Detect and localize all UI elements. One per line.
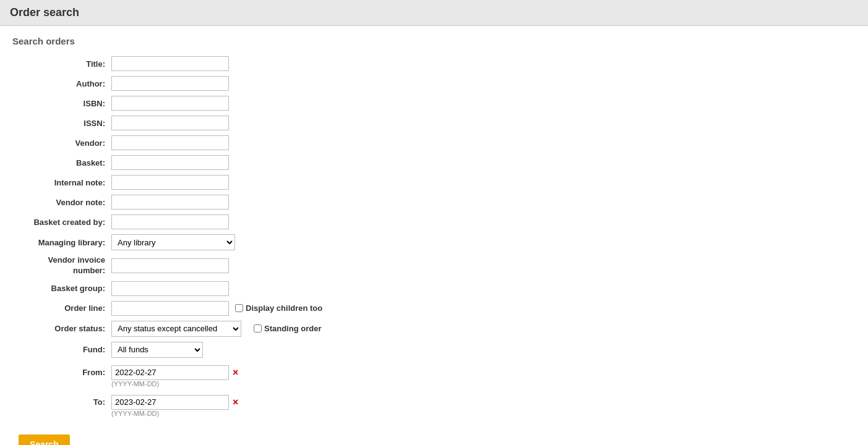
order-status-row: Order status: Any status except cancelle… (12, 321, 445, 337)
vendor-label: Vendor: (12, 138, 111, 148)
issn-label: ISSN: (12, 119, 111, 128)
clear-to-button[interactable]: × (233, 397, 238, 408)
basket-input[interactable] (111, 155, 229, 170)
to-date-wrapper: × (YYYY-MM-DD) (111, 395, 238, 417)
issn-row: ISSN: (12, 116, 445, 130)
basket-created-by-label: Basket created by: (12, 218, 111, 227)
vendor-note-input[interactable] (111, 195, 229, 210)
internal-note-input[interactable] (111, 175, 229, 190)
display-children-too-label[interactable]: Display children too (235, 303, 322, 313)
order-line-input[interactable] (111, 301, 229, 316)
author-label: Author: (12, 79, 111, 88)
internal-note-row: Internal note: (12, 175, 445, 190)
from-date-row: × (111, 365, 238, 380)
basket-created-by-row: Basket created by: (12, 214, 445, 229)
isbn-label: ISBN: (12, 99, 111, 108)
title-label: Title: (12, 59, 111, 69)
vendor-note-label: Vendor note: (12, 198, 111, 207)
section-title: Search orders (12, 36, 856, 46)
vendor-invoice-number-row: Vendor invoicenumber: (12, 255, 445, 276)
author-row: Author: (12, 76, 445, 91)
basket-group-input[interactable] (111, 281, 229, 296)
from-label: From: (12, 365, 111, 377)
basket-group-label: Basket group: (12, 284, 111, 293)
vendor-input[interactable] (111, 135, 229, 150)
issn-input[interactable] (111, 116, 229, 130)
from-date-wrapper: × (YYYY-MM-DD) (111, 365, 238, 388)
to-date-input[interactable] (111, 395, 229, 410)
to-date-row: × (111, 395, 238, 410)
page-title: Order search (0, 0, 868, 26)
order-line-row: Order line: Display children too (12, 301, 445, 316)
basket-group-row: Basket group: (12, 281, 445, 296)
fund-row: Fund: All funds (12, 342, 445, 358)
vendor-note-row: Vendor note: (12, 195, 445, 210)
standing-order-label[interactable]: Standing order (254, 324, 321, 333)
fund-select[interactable]: All funds (111, 342, 203, 358)
order-status-label: Order status: (12, 324, 111, 333)
basket-label: Basket: (12, 158, 111, 167)
to-row: To: × (YYYY-MM-DD) (12, 392, 445, 417)
title-input[interactable] (111, 56, 229, 71)
standing-order-checkbox[interactable] (254, 324, 262, 333)
managing-library-row: Managing library: Any library (12, 234, 445, 250)
vendor-row: Vendor: (12, 135, 445, 150)
order-status-select[interactable]: Any status except cancelled (111, 321, 241, 337)
isbn-row: ISBN: (12, 96, 445, 111)
from-date-input[interactable] (111, 365, 229, 380)
from-date-hint: (YYYY-MM-DD) (111, 380, 238, 388)
to-label: To: (12, 395, 111, 407)
clear-from-button[interactable]: × (233, 367, 238, 378)
vendor-invoice-number-input[interactable] (111, 258, 229, 273)
search-button[interactable]: Search (19, 434, 70, 445)
managing-library-label: Managing library: (12, 238, 111, 247)
title-row: Title: (12, 56, 445, 71)
basket-created-by-input[interactable] (111, 214, 229, 229)
from-row: From: × (YYYY-MM-DD) (12, 363, 445, 388)
basket-row: Basket: (12, 155, 445, 170)
isbn-input[interactable] (111, 96, 229, 111)
internal-note-label: Internal note: (12, 178, 111, 187)
order-line-label: Order line: (12, 303, 111, 313)
fund-label: Fund: (12, 345, 111, 354)
vendor-invoice-number-label: Vendor invoicenumber: (12, 255, 111, 276)
managing-library-select[interactable]: Any library (111, 234, 235, 250)
author-input[interactable] (111, 76, 229, 91)
to-date-hint: (YYYY-MM-DD) (111, 410, 238, 417)
order-status-controls: Any status except cancelled Standing ord… (111, 321, 321, 337)
display-children-too-checkbox[interactable] (235, 304, 243, 312)
